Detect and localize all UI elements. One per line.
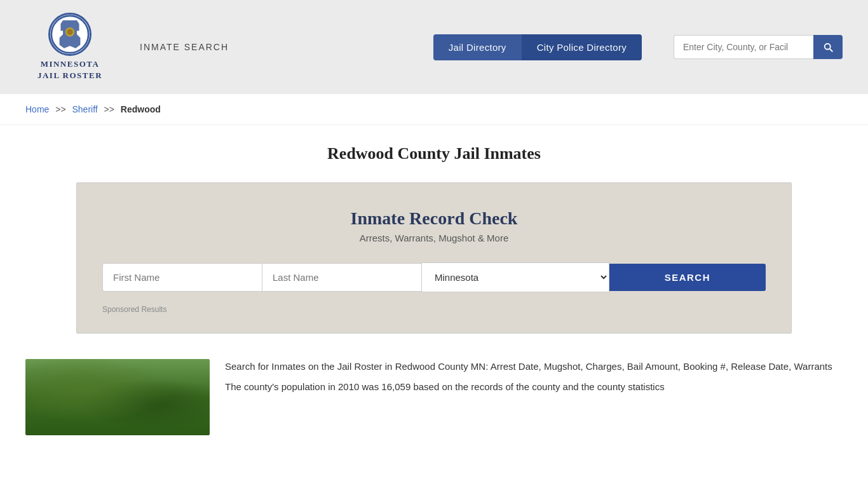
site-header: MINNESOTA JAIL ROSTER INMATE SEARCH Jail…	[0, 0, 868, 94]
breadcrumb-sheriff[interactable]: Sheriff	[72, 104, 98, 114]
record-check-box: Inmate Record Check Arrests, Warrants, M…	[76, 182, 792, 334]
logo-image	[48, 13, 92, 56]
record-check-subtitle: Arrests, Warrants, Mugshot & More	[102, 233, 766, 243]
bottom-extra: The county's population in 2010 was 16,0…	[225, 379, 843, 395]
search-icon	[822, 41, 834, 53]
jail-directory-button[interactable]: Jail Directory	[433, 34, 522, 60]
logo-area: MINNESOTA JAIL ROSTER	[25, 13, 114, 81]
bottom-section: Search for Inmates on the Jail Roster in…	[0, 353, 868, 448]
bottom-image-inner	[25, 359, 210, 435]
record-check-title: Inmate Record Check	[102, 208, 766, 229]
header-search-button[interactable]	[813, 35, 843, 59]
inmate-search-label: INMATE SEARCH	[140, 42, 229, 52]
record-check-form: Minnesota Alabama Alaska Arizona Arkansa…	[102, 262, 766, 292]
breadcrumb-current: Redwood	[121, 104, 161, 114]
header-search-input[interactable]	[674, 35, 813, 59]
breadcrumb-home[interactable]: Home	[25, 104, 49, 114]
svg-point-2	[67, 29, 72, 35]
bottom-image	[25, 359, 210, 435]
record-search-button[interactable]: SEARCH	[609, 264, 766, 291]
logo-title: MINNESOTA JAIL ROSTER	[37, 58, 102, 81]
breadcrumb-sep2: >>	[104, 104, 114, 114]
bottom-text: Search for Inmates on the Jail Roster in…	[225, 359, 843, 435]
breadcrumb: Home >> Sheriff >> Redwood	[0, 94, 868, 125]
bottom-description: Search for Inmates on the Jail Roster in…	[225, 359, 843, 374]
nav-buttons: Jail Directory City Police Directory	[433, 34, 642, 60]
breadcrumb-sep1: >>	[55, 104, 65, 114]
state-select[interactable]: Minnesota Alabama Alaska Arizona Arkansa…	[421, 262, 609, 292]
sponsored-label: Sponsored Results	[102, 305, 766, 314]
header-search-container	[674, 35, 843, 59]
city-police-directory-button[interactable]: City Police Directory	[522, 34, 642, 60]
last-name-input[interactable]	[262, 263, 421, 292]
mn-logo-svg	[50, 13, 90, 56]
first-name-input[interactable]	[102, 263, 262, 292]
page-title-section: Redwood County Jail Inmates	[0, 125, 868, 176]
page-title: Redwood County Jail Inmates	[13, 144, 855, 163]
